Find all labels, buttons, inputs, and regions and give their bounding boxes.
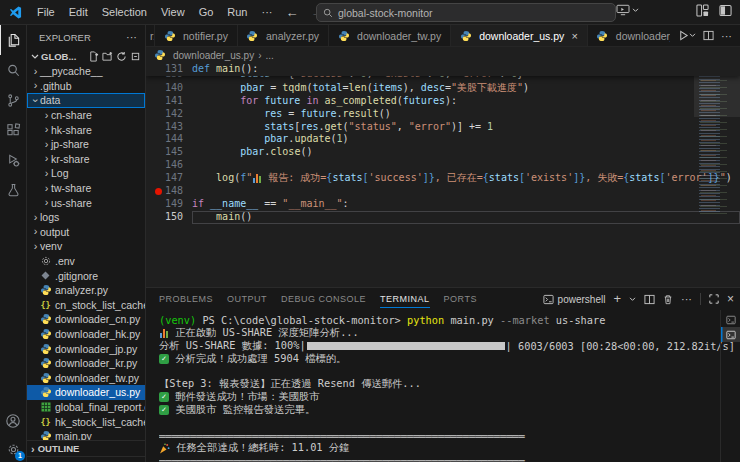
settings-gear-icon[interactable]: 1 [0, 436, 26, 462]
code-line-143[interactable]: 143 stats[res.get("status", "error")] +=… [146, 121, 740, 134]
close-tab-icon[interactable]: × [571, 30, 577, 42]
gutter[interactable]: 141 [146, 95, 192, 108]
tab-r-py[interactable]: r.py [146, 25, 155, 46]
tree-item-downloader_kr-py[interactable]: downloader_kr.py [27, 356, 145, 371]
customize-layout-icon[interactable] [696, 4, 709, 17]
testing-icon[interactable] [0, 175, 26, 205]
tree-item--env[interactable]: .env [27, 254, 145, 269]
tab-downloader_hk-py[interactable]: downloader_hk.py [588, 25, 670, 46]
menu-file[interactable]: File [30, 6, 62, 18]
gutter[interactable]: 140 [146, 82, 192, 95]
chevron-down-icon[interactable] [629, 297, 636, 302]
refresh-icon[interactable] [116, 51, 127, 62]
code-line-150[interactable]: 150 main() [146, 211, 740, 224]
tree-item-cn_stock_list_cache-json[interactable]: {}cn_stock_list_cache.json [27, 298, 145, 313]
menu-view[interactable]: View [154, 6, 192, 18]
split-editor-icon[interactable] [703, 30, 714, 41]
gutter[interactable]: 131 [146, 63, 192, 76]
gutter[interactable]: 147 [146, 172, 192, 185]
collapse-all-icon[interactable] [130, 51, 141, 62]
panel-more-icon[interactable]: ··· [681, 293, 692, 305]
code-line-145[interactable]: 145 pbar.close() [146, 146, 740, 159]
sticky-scroll-line[interactable]: 131def main(): [146, 63, 740, 76]
breadcrumb-file[interactable]: downloader_us.py [173, 50, 254, 61]
tree-item-hk-share[interactable]: ›hk-share [27, 122, 145, 137]
gutter[interactable]: 149 [146, 198, 192, 211]
tree-item-downloader_jp-py[interactable]: downloader_jp.py [27, 341, 145, 356]
panel-tab-ports[interactable]: PORTS [444, 290, 477, 308]
panel-tab-problems[interactable]: PROBLEMS [159, 290, 213, 308]
tree-item-kr-share[interactable]: ›kr-share [27, 152, 145, 167]
gutter[interactable]: 139 [146, 76, 192, 81]
tree-item-analyzer-py[interactable]: analyzer.py [27, 283, 145, 298]
gutter[interactable]: 148 [146, 185, 192, 198]
command-center-search[interactable]: global-stock-monitor [316, 3, 616, 22]
panel-tab-output[interactable]: OUTPUT [227, 290, 267, 308]
extensions-icon[interactable] [0, 115, 26, 145]
tree-item-global_final_report-csv[interactable]: global_final_report.csv [27, 400, 145, 415]
code-line-131[interactable]: 131def main(): [146, 63, 740, 76]
tab-downloader_us-py[interactable]: downloader_us.py× [451, 25, 588, 46]
menu-go[interactable]: Go [192, 6, 221, 18]
device-preview-button[interactable] [616, 4, 639, 16]
editor-more-icon[interactable]: ··· [721, 30, 732, 42]
tab-notifier-py[interactable]: notifier.py [155, 25, 238, 46]
code-line-142[interactable]: 142 res = future.result() [146, 108, 740, 121]
tree-item--gitignore[interactable]: .gitignore [27, 268, 145, 283]
terminal-output[interactable]: (venv) PS C:\code\global-stock-monitor> … [146, 310, 740, 462]
back-arrow-icon[interactable]: ← [280, 5, 305, 20]
close-panel-icon[interactable]: × [727, 292, 734, 306]
code-line-140[interactable]: 140 pbar = tqdm(total=len(items), desc="… [146, 82, 740, 95]
search-sidebar-icon[interactable] [0, 55, 26, 85]
panel-tab-terminal[interactable]: TERMINAL [380, 290, 430, 308]
tree-item-output[interactable]: ›output [27, 225, 145, 240]
tree-item-us-share[interactable]: ›us-share [27, 195, 145, 210]
code-line-144[interactable]: 144 pbar.update(1) [146, 133, 740, 146]
tree-item-cn-share[interactable]: ›cn-share [27, 108, 145, 123]
gutter[interactable]: 143 [146, 121, 192, 134]
menu-[interactable]: ··· [255, 6, 280, 18]
breadcrumb[interactable]: downloader_us.py › ... [146, 47, 740, 63]
outline-section-header[interactable]: › OUTLINE [27, 440, 145, 456]
tab-analyzer-py[interactable]: analyzer.py [238, 25, 329, 46]
gutter[interactable]: 145 [146, 146, 192, 159]
tree-item-data[interactable]: ›data [27, 93, 145, 108]
code-line-141[interactable]: 141 for future in as_completed(futures): [146, 95, 740, 108]
gutter[interactable]: 150 [146, 211, 192, 224]
tree-item-__pycache__[interactable]: ›__pycache__ [27, 64, 145, 79]
tree-item-Log[interactable]: ›Log [27, 166, 145, 181]
gutter[interactable]: 142 [146, 108, 192, 121]
tree-item-downloader_hk-py[interactable]: downloader_hk.py [27, 327, 145, 342]
tree-item-jp-share[interactable]: ›jp-share [27, 137, 145, 152]
panel-tab-debug-console[interactable]: DEBUG CONSOLE [281, 290, 366, 308]
menu-selection[interactable]: Selection [95, 6, 154, 18]
new-folder-icon[interactable] [102, 51, 113, 62]
tree-item-logs[interactable]: ›logs [27, 210, 145, 225]
terminal-instance-2[interactable] [721, 327, 740, 342]
tree-item-downloader_us-py[interactable]: downloader_us.py [27, 385, 145, 400]
code-editor[interactable]: 131def main(): 139 stats = {"success": 0… [146, 63, 740, 289]
code-line-148[interactable]: 148 [146, 185, 740, 198]
new-terminal-icon[interactable]: + [613, 294, 621, 304]
code-line-146[interactable]: 146 [146, 159, 740, 172]
toggle-sidebar-icon[interactable] [719, 4, 732, 17]
tree-item-downloader_cn-py[interactable]: downloader_cn.py [27, 312, 145, 327]
tree-item-hk_stock_list_cache-json[interactable]: {}hk_stock_list_cache.json [27, 414, 145, 429]
explorer-more-icon[interactable]: ··· [126, 31, 137, 43]
kill-terminal-trash-icon[interactable] [663, 294, 673, 305]
gutter[interactable]: 144 [146, 133, 192, 146]
tree-item-main-py[interactable]: main.py [27, 429, 145, 440]
shell-selector[interactable]: powershell [543, 294, 606, 305]
tree-item-tw-share[interactable]: ›tw-share [27, 181, 145, 196]
split-terminal-icon[interactable] [644, 294, 655, 305]
breadcrumb-more[interactable]: ... [266, 50, 274, 61]
run-python-file-button[interactable] [678, 30, 696, 41]
terminal-instance-1[interactable] [721, 312, 740, 327]
maximize-panel-icon[interactable] [709, 294, 719, 304]
menu-edit[interactable]: Edit [62, 6, 95, 18]
workspace-section-header[interactable]: GLOB... [27, 49, 145, 64]
tree-item-venv[interactable]: ›venv [27, 239, 145, 254]
menu-run[interactable]: Run [220, 6, 254, 18]
source-control-icon[interactable] [0, 85, 26, 115]
tree-item-downloader_tw-py[interactable]: downloader_tw.py [27, 370, 145, 385]
